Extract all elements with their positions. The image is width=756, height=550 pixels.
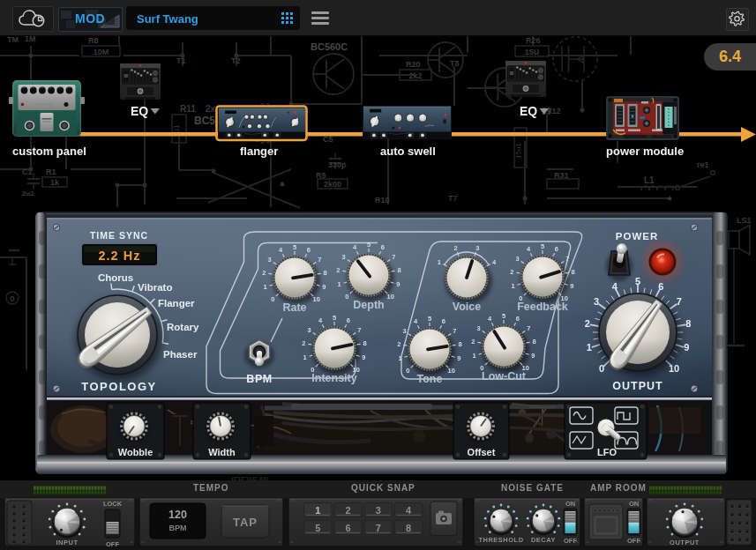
svg-text:Width: Width xyxy=(208,447,236,457)
svg-text:6: 6 xyxy=(381,243,385,251)
svg-text:8: 8 xyxy=(324,269,327,277)
svg-text:ON: ON xyxy=(565,500,575,508)
svg-text:6: 6 xyxy=(658,281,663,292)
svg-text:7: 7 xyxy=(677,296,682,307)
svg-text:0: 0 xyxy=(10,294,14,303)
svg-text:2: 2 xyxy=(471,338,475,346)
svg-text:OFF: OFF xyxy=(627,537,640,545)
svg-text:10: 10 xyxy=(669,363,679,374)
svg-text:LOCK: LOCK xyxy=(103,500,123,508)
svg-text:3: 3 xyxy=(376,505,381,516)
svg-text:Wobble: Wobble xyxy=(118,447,153,457)
svg-text:7: 7 xyxy=(357,326,361,334)
svg-text:6: 6 xyxy=(347,316,350,324)
svg-text:4: 4 xyxy=(612,281,618,292)
svg-text:5: 5 xyxy=(635,276,640,286)
svg-text:TOPOLOGY: TOPOLOGY xyxy=(81,380,156,393)
svg-text:2: 2 xyxy=(510,268,513,276)
svg-text:POWER: POWER xyxy=(616,231,658,242)
svg-text:Voice: Voice xyxy=(453,301,481,313)
svg-text:2: 2 xyxy=(302,339,305,347)
svg-text:1: 1 xyxy=(315,505,320,516)
svg-text:6: 6 xyxy=(516,315,520,323)
svg-text:Offset: Offset xyxy=(468,447,496,457)
svg-text:OUTPUT: OUTPUT xyxy=(670,539,700,546)
svg-text:7: 7 xyxy=(376,523,381,533)
svg-text:INPUT: INPUT xyxy=(56,539,79,546)
svg-text:9: 9 xyxy=(322,283,326,291)
svg-text:EQ: EQ xyxy=(520,104,537,118)
svg-text:5: 5 xyxy=(367,241,371,249)
svg-text:4: 4 xyxy=(406,505,412,516)
svg-text:1: 1 xyxy=(438,258,441,266)
svg-text:5: 5 xyxy=(428,315,431,323)
svg-text:8: 8 xyxy=(572,268,575,276)
svg-text:LFO: LFO xyxy=(597,447,617,457)
svg-text:Rate: Rate xyxy=(282,301,306,314)
svg-text:9: 9 xyxy=(396,280,400,288)
svg-text:0: 0 xyxy=(271,295,274,303)
svg-text:9: 9 xyxy=(570,282,573,290)
svg-text:1: 1 xyxy=(303,353,307,361)
svg-text:7: 7 xyxy=(527,324,530,332)
svg-text:9: 9 xyxy=(362,353,365,361)
svg-text:1: 1 xyxy=(587,342,592,353)
svg-text:5: 5 xyxy=(502,312,505,320)
svg-text:8: 8 xyxy=(459,340,462,348)
svg-text:6: 6 xyxy=(307,246,311,254)
svg-text:7: 7 xyxy=(318,256,321,264)
svg-text:3: 3 xyxy=(342,253,346,261)
svg-text:8: 8 xyxy=(533,338,536,346)
svg-text:10: 10 xyxy=(387,293,394,301)
svg-text:1: 1 xyxy=(338,280,341,288)
svg-text:3: 3 xyxy=(475,244,479,252)
svg-text:BPM: BPM xyxy=(246,373,272,385)
svg-text:7: 7 xyxy=(453,327,456,335)
svg-text:7: 7 xyxy=(565,255,569,263)
svg-text:1: 1 xyxy=(473,352,476,360)
svg-text:Phaser: Phaser xyxy=(163,349,198,360)
svg-text:1: 1 xyxy=(264,283,267,291)
svg-text:BPM: BPM xyxy=(169,524,187,532)
svg-text:5: 5 xyxy=(293,243,296,251)
svg-text:9: 9 xyxy=(457,354,460,362)
svg-text:3: 3 xyxy=(308,326,311,334)
svg-text:3: 3 xyxy=(594,296,599,307)
svg-text:Intensity: Intensity xyxy=(311,372,356,384)
svg-text:Chorus: Chorus xyxy=(98,272,133,283)
svg-text:2: 2 xyxy=(262,269,266,277)
svg-text:LS1: LS1 xyxy=(737,216,752,225)
svg-text:2.2 Hz: 2.2 Hz xyxy=(99,249,141,263)
svg-text:ON: ON xyxy=(629,500,639,508)
svg-text:2: 2 xyxy=(336,266,340,274)
svg-text:2: 2 xyxy=(454,244,458,252)
svg-text:10: 10 xyxy=(448,367,455,375)
svg-text:0: 0 xyxy=(345,293,348,301)
svg-text:0: 0 xyxy=(406,367,409,375)
svg-text:Low-Cut: Low-Cut xyxy=(482,370,527,383)
svg-text:2: 2 xyxy=(397,340,400,348)
svg-text:8: 8 xyxy=(406,523,411,533)
svg-text:Depth: Depth xyxy=(353,299,384,311)
svg-text:5: 5 xyxy=(333,314,336,322)
svg-text:0: 0 xyxy=(599,363,604,374)
svg-text:DECAY: DECAY xyxy=(531,536,556,544)
svg-text:OUTPUT: OUTPUT xyxy=(612,380,662,392)
svg-text:6: 6 xyxy=(442,317,445,325)
svg-text:7: 7 xyxy=(392,253,395,261)
svg-text:120: 120 xyxy=(168,509,187,521)
svg-text:OFF: OFF xyxy=(564,537,577,545)
svg-text:1: 1 xyxy=(399,354,402,362)
svg-text:2: 2 xyxy=(345,505,350,516)
svg-text:TIME SYNC: TIME SYNC xyxy=(90,230,148,241)
svg-text:Flanger: Flanger xyxy=(158,298,195,308)
svg-text:Feedback: Feedback xyxy=(517,301,568,313)
svg-text:6: 6 xyxy=(345,523,350,533)
svg-text:TAP: TAP xyxy=(233,516,258,529)
svg-text:10: 10 xyxy=(313,295,320,303)
svg-text:6: 6 xyxy=(555,245,558,253)
svg-text:5: 5 xyxy=(315,523,320,533)
svg-text:8: 8 xyxy=(685,318,691,329)
svg-text:3: 3 xyxy=(516,255,520,263)
svg-text:2: 2 xyxy=(585,318,590,329)
